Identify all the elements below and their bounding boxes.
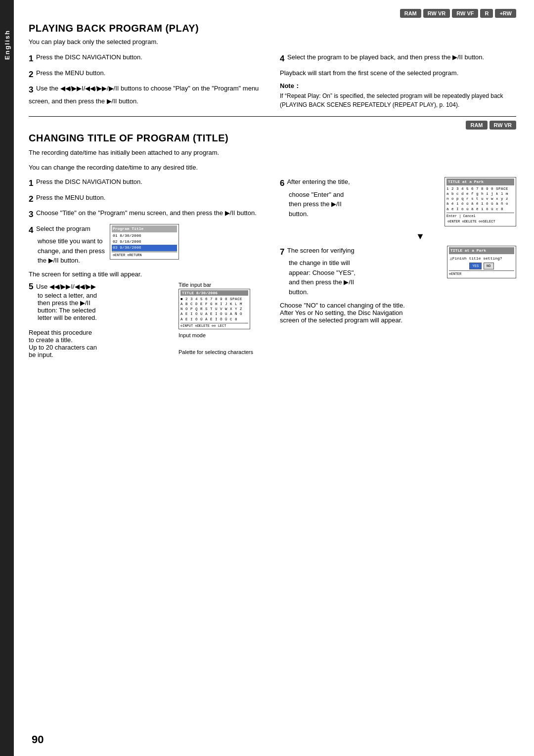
prog-title-row1: 01 8/30/2006	[112, 233, 177, 239]
s2-step4-text1: Select the program	[36, 225, 90, 232]
step7-line5: button.	[289, 287, 443, 297]
section2-left: 1 Press the DISC NAVIGATION button. 2 Pr…	[29, 177, 265, 361]
main-content: RAM RW VR RW VF R +RW PLAYING BACK PROGR…	[14, 0, 534, 756]
prog-title-screen: Program Title 01 8/30/2006 02 9/10/2006 …	[110, 224, 179, 260]
badge-rwvf: RW VF	[452, 9, 478, 18]
s2-step4-line2: whose title you want to	[38, 236, 105, 246]
section-divider	[29, 116, 516, 117]
s2-step3-num: 3	[29, 210, 33, 219]
section1-subtitle: You can play back only the selected prog…	[29, 38, 516, 45]
badge2-rwvr: RW VR	[490, 121, 516, 130]
step5-repeat2: to create a title.	[29, 336, 174, 344]
page-number: 90	[32, 733, 44, 746]
s2-step4-line1: 4 Select the program	[29, 224, 105, 237]
tc6-row5: à é I ó ú â ê î ô û c 8	[446, 207, 514, 212]
badge-ram: RAM	[400, 9, 421, 18]
prog-title-row3: 03 9/30/2006	[112, 245, 177, 251]
section1-step2: 2 Press the MENU button.	[29, 68, 265, 81]
badge-plusrw: +RW	[495, 9, 516, 18]
callout-title-bar-label: Title input bar	[178, 282, 211, 288]
title-input-screen: TITLE 8/30/2006 ■ 2 3 4 5 6 7 8 9 0 SPAC…	[178, 289, 250, 329]
s2-screen-after4: The screen for setting a title will appe…	[29, 269, 265, 279]
section2: CHANGING TITLE OF PROGRAM (TITLE) The re…	[29, 133, 516, 361]
step4-num: 4	[280, 54, 284, 63]
step5-line5: letter will be entered.	[38, 314, 174, 321]
s2-step6-area: 6 After entering the title, choose "Ente…	[280, 177, 516, 226]
s2-step4-num: 4	[29, 225, 33, 235]
section1-note: Note： If “Repeat Play: On” is specified,…	[280, 82, 516, 109]
title-confirm-screen-6: TITLE at a Park 1 2 3 4 5 6 7 8 9 0 SPAC…	[445, 177, 516, 226]
section1-step4: 4 Select the program to be played back, …	[280, 52, 516, 65]
step5-line3: then press the ▶/II	[38, 299, 174, 307]
ti-footer-text: ⊙INPUT ⊙DELETE ⊙⊙ LECT	[180, 324, 226, 328]
ti-header: TITLE 8/30/2006	[180, 290, 248, 296]
tc7-footer: ⊙ENTER	[449, 270, 514, 277]
tc7-no-btn[interactable]: NO	[484, 263, 493, 270]
step5-line2: to select a letter, and	[38, 292, 174, 299]
step6-line1: 6 After entering the title,	[280, 177, 441, 190]
ti-row2: A B C D E F G H I J K L M	[180, 302, 248, 307]
s2-step4-line4: the ▶/II button.	[38, 256, 105, 266]
tc7-yes-btn[interactable]: YES	[469, 263, 482, 270]
section2-cols: 1 Press the DISC NAVIGATION button. 2 Pr…	[29, 177, 516, 361]
side-tab: English	[0, 0, 14, 756]
step6-num: 6	[280, 178, 284, 188]
ti-row3: N O P Q R S T U V W X Y Z	[180, 307, 248, 311]
final-note-line1: Choose "NO" to cancel changing of the ti…	[280, 302, 516, 309]
step1-num: 1	[29, 54, 33, 63]
step6-line2: choose "Enter" and	[289, 190, 441, 200]
badge-r: R	[480, 9, 493, 18]
section1-step1: 1 Press the DISC NAVIGATION button.	[29, 52, 265, 65]
s2-step2-num: 2	[29, 194, 33, 204]
step7-line3: appear: Choose "YES",	[289, 268, 443, 278]
arrow-down: ▼	[324, 231, 516, 242]
s2-step3-text: Choose "Title" on the "Program" menu scr…	[36, 209, 257, 217]
tc7-buttons: YES NO	[449, 263, 514, 270]
tc6-footer2: ⊙ENTER ⊙DELETE ⊙⊙SELECT	[446, 219, 514, 225]
badge-row-top: RAM RW VR RW VF R +RW	[29, 9, 516, 18]
step5-repeat4: be input.	[29, 351, 174, 358]
step6-line3: then press the ▶/II	[289, 199, 441, 209]
section2-desc1: The recording date/time has initially be…	[29, 148, 516, 158]
s2-step7-area: 7 The screen for verifying the change in…	[280, 246, 516, 297]
ti-row5: À É I Ó Ú Â Ê Î Ô Û C 8	[180, 317, 248, 322]
step7-num: 7	[280, 247, 284, 257]
step2-num: 2	[29, 70, 33, 79]
step1-text: Press the DISC NAVIGATION button.	[36, 53, 142, 61]
s2-step3: 3 Choose "Title" on the "Program" menu s…	[29, 208, 265, 221]
step3-text: Use the ◀◀/▶▶I/◀◀/▶▶/▶/II buttons to cho…	[29, 85, 259, 105]
step2-text: Press the MENU button.	[36, 69, 105, 77]
step6-text-a: After entering the title,	[287, 178, 350, 185]
title-confirm-screen-7: TITLE at a Park △Finish title setting? Y…	[447, 246, 516, 278]
tc6-row1: 1 2 3 4 5 6 7 8 9 0 SPACE	[446, 186, 514, 191]
prog-title-screen-header: Program Title	[112, 225, 177, 232]
step5-repeat1: Repeat this procedure	[29, 329, 174, 336]
section1: PLAYING BACK PROGRAM (PLAY) You can play…	[29, 23, 516, 109]
step7-line2: the change in title will	[289, 258, 443, 268]
step5-num: 5	[29, 282, 33, 291]
note-text: If “Repeat Play: On” is specified, the s…	[280, 91, 516, 109]
badge-row-2: RAM RW VR	[29, 121, 516, 130]
tc6-footer: Enter | Cancel	[446, 213, 514, 219]
s2-step5: 5 Use ◀◀/▶▶I/◀◀/▶▶ to select a letter, a…	[29, 282, 265, 358]
side-tab-label: English	[3, 30, 11, 60]
s2-step1-num: 1	[29, 178, 33, 188]
callout-input-mode-label: Input mode	[178, 332, 206, 338]
s2-step4: 4 Select the program whose title you wan…	[29, 224, 265, 266]
tc6-footer-items: Enter | Cancel	[446, 214, 476, 219]
tc7-header: TITLE at a Park	[449, 247, 514, 254]
section2-title: CHANGING TITLE OF PROGRAM (TITLE)	[29, 133, 516, 144]
ti-row4: A E I O U A E I O U A Ñ O	[180, 311, 248, 316]
tc6-row2: a b c d e f g h i j k l m	[446, 191, 514, 196]
ti-footer: ⊙INPUT ⊙DELETE ⊙⊙ LECT	[180, 323, 248, 328]
section1-cols: 1 Press the DISC NAVIGATION button. 2 Pr…	[29, 52, 516, 109]
prog-title-row2: 02 9/10/2006	[112, 239, 177, 245]
badge2-ram: RAM	[466, 121, 487, 130]
step5-right-area: Title input bar TITLE 8/30/2006 ■ 2 3 4 …	[178, 282, 265, 358]
section1-title: PLAYING BACK PROGRAM (PLAY)	[29, 23, 516, 34]
section2-right: 6 After entering the title, choose "Ente…	[280, 177, 516, 361]
final-note-line3: screen of the selected program will appe…	[280, 316, 516, 324]
badge-rwvr: RW VR	[423, 9, 450, 18]
s2-step2: 2 Press the MENU button.	[29, 193, 265, 206]
s2-step4-text-area: 4 Select the program whose title you wan…	[29, 224, 105, 266]
